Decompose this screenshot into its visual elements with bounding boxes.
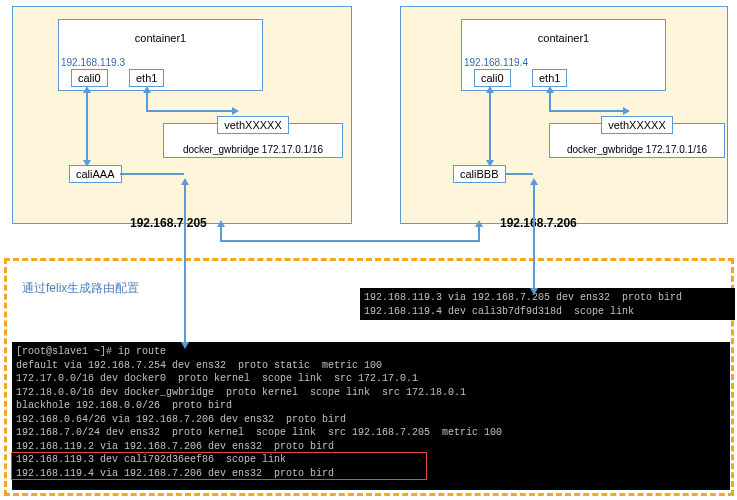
cali0-left: cali0: [71, 69, 108, 87]
host-right-box: container1 192.168.119.4 cali0 eth1 cali…: [400, 6, 728, 224]
container-ip-right: 192.168.119.4: [464, 57, 528, 68]
arrow-cali-left: [86, 90, 88, 162]
tb-l7: 192.168.7.0/24 dev ens32 proto kernel sc…: [16, 427, 502, 438]
caliBBB-box: caliBBB: [453, 165, 506, 183]
arrowhead-icon: [546, 86, 554, 93]
tb-l6: 192.168.0.64/26 via 192.168.7.206 dev en…: [16, 414, 346, 425]
arrowhead-icon: [486, 86, 494, 93]
cali0-right: cali0: [474, 69, 511, 87]
arrowhead-icon: [475, 220, 483, 227]
host-ip-left: 192.168.7.205: [130, 216, 207, 230]
arrow-caliBBB-h: [505, 173, 533, 175]
caliAAA-box: caliAAA: [69, 165, 122, 183]
arrow-eth-left-h: [146, 110, 234, 112]
arrow-eth-left-v: [146, 90, 148, 110]
terminal-small: 192.168.119.3 via 192.168.7.205 dev ens3…: [360, 288, 735, 320]
veth-right: vethXXXXX: [601, 116, 672, 134]
arrow-cali-right: [489, 90, 491, 162]
arrowhead-icon: [623, 107, 630, 115]
arrowhead-icon: [143, 86, 151, 93]
term-small-l2: 192.168.119.4 dev cali3b7df9d318d scope …: [364, 306, 634, 317]
arrowhead-icon: [217, 220, 225, 227]
tb-l8: 192.168.119.2 via 192.168.7.206 dev ens3…: [16, 441, 334, 452]
container-ip-left: 192.168.119.3: [61, 57, 125, 68]
arrow-between-hosts: [220, 240, 480, 242]
arrowhead-icon: [530, 178, 538, 185]
highlight-red-box: [11, 452, 427, 480]
tb-l5: blackhole 192.168.0.0/26 proto bird: [16, 400, 232, 411]
tb-l3: 172.17.0.0/16 dev docker0 proto kernel s…: [16, 373, 418, 384]
routing-title: 通过felix生成路由配置: [22, 280, 139, 297]
arrow-eth-right-h: [549, 110, 625, 112]
eth1-left: eth1: [129, 69, 164, 87]
arrow-eth-right-v: [549, 90, 551, 110]
arrowhead-icon: [83, 86, 91, 93]
gwbridge-text-right: docker_gwbridge 172.17.0.1/16: [554, 144, 720, 155]
term-small-l1: 192.168.119.3 via 192.168.7.205 dev ens3…: [364, 292, 682, 303]
arrow-host-route-right: [533, 182, 535, 290]
gwbridge-right: vethXXXXX docker_gwbridge 172.17.0.1/16: [549, 123, 725, 158]
container-label-left: container1: [59, 32, 262, 44]
arrowhead-icon: [181, 342, 189, 349]
host-left-box: container1 192.168.119.3 cali0 eth1 cali…: [12, 6, 352, 224]
arrowhead-icon: [83, 160, 91, 167]
tb-l1: [root@slave1 ~]# ip route: [16, 346, 166, 357]
tb-l2: default via 192.168.7.254 dev ens32 prot…: [16, 360, 382, 371]
arrowhead-icon: [181, 178, 189, 185]
veth-left: vethXXXXX: [217, 116, 288, 134]
host-ip-right: 192.168.7.206: [500, 216, 577, 230]
gwbridge-left: vethXXXXX docker_gwbridge 172.17.0.1/16: [163, 123, 343, 158]
arrowhead-icon: [486, 160, 494, 167]
arrow-host-route-left: [184, 182, 186, 344]
arrowhead-icon: [232, 107, 239, 115]
container-label-right: container1: [462, 32, 665, 44]
arrowhead-icon: [530, 288, 538, 295]
gwbridge-text-left: docker_gwbridge 172.17.0.1/16: [168, 144, 338, 155]
eth1-right: eth1: [532, 69, 567, 87]
arrow-caliAAA-h: [120, 173, 184, 175]
tb-l4: 172.18.0.0/16 dev docker_gwbridge proto …: [16, 387, 466, 398]
